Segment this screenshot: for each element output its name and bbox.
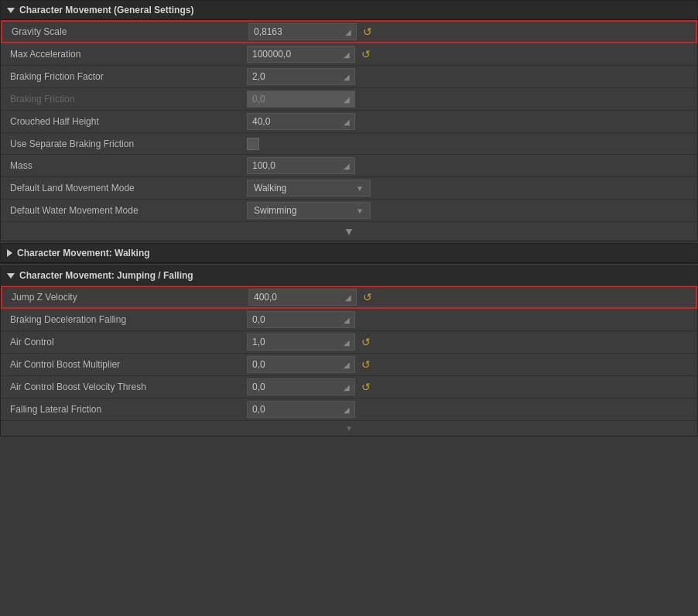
air-control-boost-velocity-thresh-value-group: 0,0 ◢ ↺ xyxy=(247,378,691,395)
default-water-movement-mode-value-group: Swimming ▼ xyxy=(247,202,691,219)
air-control-value-group: 1,0 ◢ ↺ xyxy=(247,334,691,351)
max-acceleration-label: Max Acceleration xyxy=(7,49,247,60)
default-land-movement-mode-value-text: Walking xyxy=(254,183,286,193)
mass-value-text: 100,0 xyxy=(252,160,340,171)
braking-deceleration-falling-value-group: 0,0 ◢ xyxy=(247,311,691,328)
collapse-icon-jumping xyxy=(7,273,15,279)
gravity-scale-input[interactable]: 0,8163 ◢ xyxy=(248,23,357,40)
default-water-movement-mode-dropdown-arrow: ▼ xyxy=(356,207,364,215)
falling-lateral-friction-label: Falling Lateral Friction xyxy=(7,404,247,415)
default-water-movement-mode-value-text: Swimming xyxy=(254,205,296,216)
collapse-icon-general xyxy=(7,8,15,13)
air-control-input[interactable]: 1,0 ◢ xyxy=(247,334,355,351)
jump-z-velocity-reset-icon[interactable]: ↺ xyxy=(363,291,372,303)
max-acceleration-value-group: 100000,0 ◢ ↺ xyxy=(247,46,691,63)
air-control-boost-multiplier-arrow-icon: ◢ xyxy=(344,361,350,369)
air-control-row: Air Control 1,0 ◢ ↺ xyxy=(1,331,697,354)
crouched-half-height-row: Crouched Half Height 40,0 ◢ xyxy=(1,111,697,133)
air-control-boost-velocity-thresh-reset-icon[interactable]: ↺ xyxy=(361,381,371,393)
default-water-movement-mode-label: Default Water Movement Mode xyxy=(7,205,247,216)
general-settings-more-indicator: ▼ xyxy=(1,222,697,241)
jump-z-velocity-value-text: 400,0 xyxy=(254,292,342,303)
air-control-boost-multiplier-row: Air Control Boost Multiplier 0,0 ◢ ↺ xyxy=(1,354,697,376)
braking-friction-factor-input[interactable]: 2,0 ◢ xyxy=(247,68,355,85)
crouched-half-height-value-text: 40,0 xyxy=(252,116,340,127)
use-separate-braking-friction-label: Use Separate Braking Friction xyxy=(7,139,247,149)
air-control-boost-velocity-thresh-input[interactable]: 0,0 ◢ xyxy=(247,378,355,395)
braking-friction-factor-row: Braking Friction Factor 2,0 ◢ xyxy=(1,66,697,88)
jump-z-velocity-arrow-icon: ◢ xyxy=(345,293,351,302)
braking-friction-row: Braking Friction 0,0 ◢ xyxy=(1,88,697,111)
braking-friction-value-text: 0,0 xyxy=(252,94,340,104)
falling-lateral-friction-row: Falling Lateral Friction 0,0 ◢ xyxy=(1,399,697,421)
jump-z-velocity-input[interactable]: 400,0 ◢ xyxy=(248,289,357,306)
braking-friction-value-group: 0,0 ◢ xyxy=(247,91,691,108)
air-control-boost-velocity-thresh-label: Air Control Boost Velocity Thresh xyxy=(7,382,247,392)
general-settings-header[interactable]: Character Movement (General Settings) xyxy=(1,1,697,20)
crouched-half-height-arrow-icon: ◢ xyxy=(344,118,350,126)
gravity-scale-reset-icon[interactable]: ↺ xyxy=(363,26,372,38)
braking-friction-label: Braking Friction xyxy=(7,94,247,104)
crouched-half-height-value-group: 40,0 ◢ xyxy=(247,113,691,130)
default-land-movement-mode-dropdown-arrow: ▼ xyxy=(356,184,364,193)
use-separate-braking-friction-checkbox[interactable] xyxy=(247,138,259,150)
default-land-movement-mode-value-group: Walking ▼ xyxy=(247,180,691,197)
air-control-boost-velocity-thresh-row: Air Control Boost Velocity Thresh 0,0 ◢ … xyxy=(1,376,697,399)
air-control-boost-multiplier-value-text: 0,0 xyxy=(252,359,340,370)
default-land-movement-mode-label: Default Land Movement Mode xyxy=(7,183,247,193)
max-acceleration-row: Max Acceleration 100000,0 ◢ ↺ xyxy=(1,43,697,66)
max-acceleration-value-text: 100000,0 xyxy=(252,49,340,60)
braking-deceleration-falling-row: Braking Deceleration Falling 0,0 ◢ xyxy=(1,309,697,331)
max-acceleration-input[interactable]: 100000,0 ◢ xyxy=(247,46,355,63)
air-control-reset-icon[interactable]: ↺ xyxy=(361,336,371,348)
jumping-more-indicator: ▼ xyxy=(1,421,697,436)
walking-header[interactable]: Character Movement: Walking xyxy=(1,244,697,263)
air-control-label: Air Control xyxy=(7,337,247,347)
falling-lateral-friction-value-group: 0,0 ◢ xyxy=(247,401,691,418)
braking-deceleration-falling-input[interactable]: 0,0 ◢ xyxy=(247,311,355,328)
default-water-movement-mode-row: Default Water Movement Mode Swimming ▼ xyxy=(1,200,697,222)
air-control-boost-multiplier-label: Air Control Boost Multiplier xyxy=(7,359,247,370)
air-control-boost-velocity-thresh-value-text: 0,0 xyxy=(252,382,340,392)
jump-z-velocity-value-group: 400,0 ◢ ↺ xyxy=(248,289,689,306)
default-water-movement-mode-dropdown[interactable]: Swimming ▼ xyxy=(247,202,371,219)
max-acceleration-arrow-icon: ◢ xyxy=(344,50,350,59)
falling-lateral-friction-input[interactable]: 0,0 ◢ xyxy=(247,401,355,418)
collapse-icon-walking xyxy=(7,249,12,257)
air-control-boost-multiplier-input[interactable]: 0,0 ◢ xyxy=(247,356,355,373)
jumping-falling-panel: Character Movement: Jumping / Falling Ju… xyxy=(0,265,698,436)
mass-row: Mass 100,0 ◢ xyxy=(1,155,697,177)
gravity-scale-arrow-icon: ◢ xyxy=(345,28,351,36)
braking-friction-factor-value-group: 2,0 ◢ xyxy=(247,68,691,85)
braking-deceleration-falling-value-text: 0,0 xyxy=(252,314,340,325)
gravity-scale-row: Gravity Scale 0,8163 ◢ ↺ xyxy=(1,20,697,43)
jump-z-velocity-row: Jump Z Velocity 400,0 ◢ ↺ xyxy=(1,286,697,309)
mass-arrow-icon: ◢ xyxy=(344,162,350,170)
falling-lateral-friction-value-text: 0,0 xyxy=(252,404,340,415)
air-control-boost-multiplier-reset-icon[interactable]: ↺ xyxy=(361,358,371,371)
gravity-scale-value-text: 0,8163 xyxy=(254,26,342,37)
default-land-movement-mode-dropdown[interactable]: Walking ▼ xyxy=(247,180,371,197)
mass-value-group: 100,0 ◢ xyxy=(247,157,691,174)
jumping-falling-header[interactable]: Character Movement: Jumping / Falling xyxy=(1,266,697,286)
air-control-boost-multiplier-value-group: 0,0 ◢ ↺ xyxy=(247,356,691,373)
braking-friction-factor-label: Braking Friction Factor xyxy=(7,71,247,82)
mass-label: Mass xyxy=(7,160,247,171)
air-control-value-text: 1,0 xyxy=(252,337,340,347)
braking-deceleration-falling-label: Braking Deceleration Falling xyxy=(7,314,247,325)
braking-friction-arrow-icon: ◢ xyxy=(344,95,350,104)
gravity-scale-value-group: 0,8163 ◢ ↺ xyxy=(248,23,689,40)
crouched-half-height-input[interactable]: 40,0 ◢ xyxy=(247,113,355,130)
general-settings-title: Character Movement (General Settings) xyxy=(19,5,193,15)
use-separate-braking-friction-row: Use Separate Braking Friction xyxy=(1,133,697,155)
jumping-more-arrow-icon: ▼ xyxy=(345,424,353,433)
gravity-scale-label: Gravity Scale xyxy=(9,26,248,37)
mass-input[interactable]: 100,0 ◢ xyxy=(247,157,355,174)
crouched-half-height-label: Crouched Half Height xyxy=(7,116,247,127)
max-acceleration-reset-icon[interactable]: ↺ xyxy=(361,48,371,60)
braking-deceleration-falling-arrow-icon: ◢ xyxy=(344,316,350,324)
default-land-movement-mode-row: Default Land Movement Mode Walking ▼ xyxy=(1,177,697,200)
walking-panel: Character Movement: Walking xyxy=(0,243,698,264)
more-arrow-icon: ▼ xyxy=(344,225,354,238)
air-control-boost-velocity-thresh-arrow-icon: ◢ xyxy=(344,383,350,392)
